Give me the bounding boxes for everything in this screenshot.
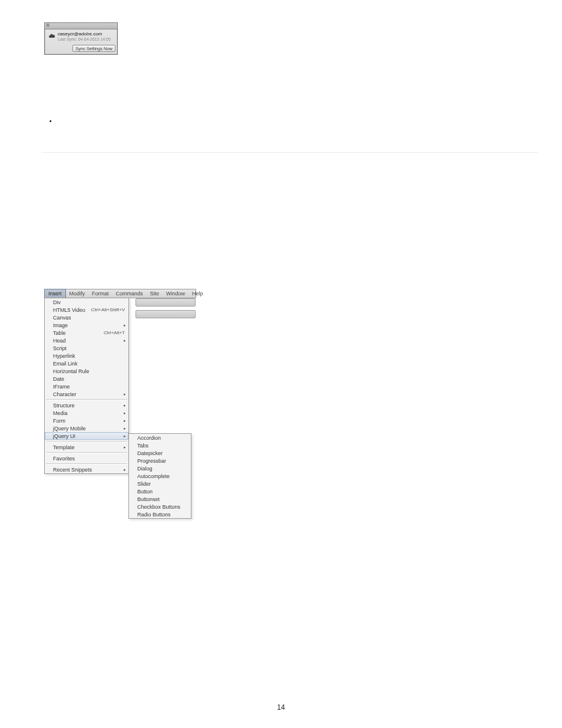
menu-item-image[interactable]: Image▸: [45, 321, 128, 329]
menu-item-label: Head: [53, 338, 125, 344]
menu-item-accelerator: Ctrl+Alt+Shift+V: [88, 307, 125, 312]
divider: [41, 152, 538, 153]
sync-settings-panel: ⚙ caseycr@adobe.com Last Sync: 04-04-201…: [44, 22, 118, 55]
menu-item-label: Div: [53, 299, 125, 305]
menu-item-template[interactable]: Template▸: [45, 443, 128, 451]
menu-item-label: Image: [53, 322, 125, 328]
menu-item-label: Media: [53, 410, 125, 416]
submenu-item-accordion[interactable]: Accordion: [129, 434, 191, 442]
menu-separator: [46, 441, 127, 442]
menu-item-iframe[interactable]: IFrame: [45, 383, 128, 390]
menu-item-label: IFrame: [53, 384, 125, 390]
decorative-field: [135, 298, 196, 307]
sync-email: caseycr@adobe.com: [58, 32, 111, 37]
menu-item-date[interactable]: Date: [45, 375, 128, 383]
decorative-field: [135, 310, 196, 318]
menu-item-label: Table: [53, 330, 100, 336]
menu-item-jquery-mobile[interactable]: jQuery Mobile▸: [45, 424, 128, 432]
menu-item-recent-snippets[interactable]: Recent Snippets▸: [45, 466, 128, 473]
menu-item-table[interactable]: TableCtrl+Alt+T: [45, 329, 128, 337]
menu-item-label: Character: [53, 391, 125, 397]
chevron-right-icon: ▸: [124, 392, 126, 397]
menu-item-div[interactable]: Div: [45, 298, 128, 306]
menu-item-horizontal-rule[interactable]: Horizontal Rule: [45, 367, 128, 375]
menu-item-label: Form: [53, 418, 125, 424]
submenu-item-slider[interactable]: Slider: [129, 480, 191, 487]
menu-item-label: jQuery UI: [53, 433, 125, 439]
menu-item-character[interactable]: Character▸: [45, 390, 128, 398]
page-number: 14: [0, 703, 562, 711]
chevron-right-icon: ▸: [124, 411, 126, 416]
insert-menu-dropdown: DivHTML5 VideoCtrl+Alt+Shift+VCanvasImag…: [44, 298, 129, 474]
decorative-fields: [135, 298, 196, 322]
chevron-right-icon: ▸: [124, 434, 126, 439]
menu-separator: [46, 463, 127, 465]
menu-item-label: Favorites: [53, 456, 125, 462]
menubar-item-window[interactable]: Window: [163, 289, 189, 298]
submenu-item-radio-buttons[interactable]: Radio Buttons: [129, 510, 191, 518]
submenu-item-checkbox-buttons[interactable]: Checkbox Buttons: [129, 503, 191, 510]
menubar-item-insert[interactable]: Insert: [44, 289, 66, 298]
chevron-right-icon: ▸: [124, 426, 126, 431]
menu-item-hyperlink[interactable]: Hyperlink: [45, 352, 128, 360]
menubar: InsertModifyFormatCommandsSiteWindowHelp: [44, 289, 196, 298]
menu-item-email-link[interactable]: Email Link: [45, 360, 128, 367]
menu-item-label: jQuery Mobile: [53, 426, 125, 431]
chevron-right-icon: ▸: [124, 338, 126, 343]
sync-button-row: Sync Settings Now: [45, 44, 117, 54]
menubar-item-commands[interactable]: Commands: [113, 289, 147, 298]
sync-panel-titlebar: ⚙: [45, 23, 117, 29]
submenu-item-buttonset[interactable]: Buttonset: [129, 495, 191, 503]
menu-item-accelerator: Ctrl+Alt+T: [100, 330, 125, 335]
menu-item-html5-video[interactable]: HTML5 VideoCtrl+Alt+Shift+V: [45, 306, 128, 314]
menu-item-label: Hyperlink: [53, 353, 125, 359]
menu-item-favorites[interactable]: Favorites: [45, 454, 128, 462]
menu-item-head[interactable]: Head▸: [45, 337, 128, 344]
sync-text: caseycr@adobe.com Last Sync: 04-04-2013 …: [58, 32, 111, 41]
menu-item-label: Canvas: [53, 315, 125, 321]
cloud-icon: [48, 32, 55, 39]
sync-now-button[interactable]: Sync Settings Now: [72, 45, 115, 52]
menubar-item-modify[interactable]: Modify: [66, 289, 89, 298]
jquery-ui-submenu: AccordionTabsDatepickerProgressbarDialog…: [128, 433, 191, 519]
submenu-item-tabs[interactable]: Tabs: [129, 442, 191, 449]
menu-item-script[interactable]: Script: [45, 344, 128, 352]
bullet-icon: •: [49, 118, 52, 124]
menu-item-label: HTML5 Video: [53, 307, 88, 313]
menu-item-form[interactable]: Form▸: [45, 417, 128, 424]
menu-item-label: Template: [53, 444, 125, 450]
submenu-item-button[interactable]: Button: [129, 487, 191, 495]
sync-last: Last Sync: 04-04-2013 14:05: [58, 37, 111, 42]
menu-item-label: Date: [53, 376, 125, 382]
menubar-item-site[interactable]: Site: [147, 289, 163, 298]
menu-item-jquery-ui[interactable]: jQuery UI▸: [45, 432, 128, 440]
chevron-right-icon: ▸: [124, 403, 126, 408]
menu-item-media[interactable]: Media▸: [45, 409, 128, 417]
gear-icon: ⚙: [46, 23, 49, 28]
chevron-right-icon: ▸: [124, 445, 126, 450]
chevron-right-icon: ▸: [124, 419, 126, 423]
chevron-right-icon: ▸: [124, 467, 126, 472]
menu-separator: [46, 452, 127, 453]
menubar-item-format[interactable]: Format: [88, 289, 113, 298]
sync-panel-body: caseycr@adobe.com Last Sync: 04-04-2013 …: [45, 29, 117, 44]
chevron-right-icon: ▸: [124, 323, 126, 328]
menu-item-structure[interactable]: Structure▸: [45, 401, 128, 409]
menu-item-label: Structure: [53, 403, 125, 409]
submenu-item-autocomplete[interactable]: Autocomplete: [129, 472, 191, 480]
submenu-item-dialog[interactable]: Dialog: [129, 465, 191, 472]
submenu-item-progressbar[interactable]: Progressbar: [129, 457, 191, 465]
menu-item-label: Recent Snippets: [53, 467, 125, 473]
menu-item-canvas[interactable]: Canvas: [45, 314, 128, 321]
menu-item-label: Horizontal Rule: [53, 368, 125, 374]
menu-separator: [46, 399, 127, 400]
menu-item-label: Email Link: [53, 361, 125, 367]
menubar-item-help[interactable]: Help: [189, 289, 207, 298]
submenu-item-datepicker[interactable]: Datepicker: [129, 449, 191, 457]
menu-item-label: Script: [53, 345, 125, 351]
